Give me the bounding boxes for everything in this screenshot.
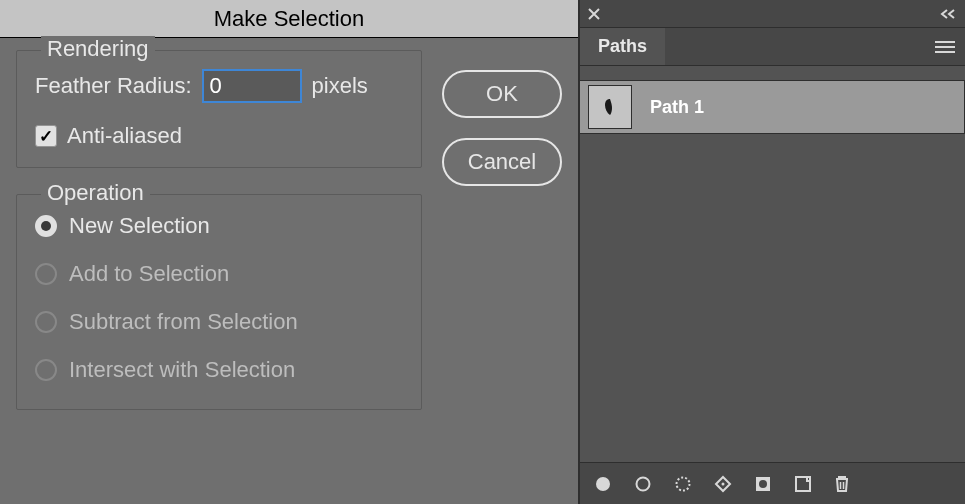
new-path-icon[interactable] <box>794 475 812 493</box>
radio-label: New Selection <box>69 213 210 239</box>
dialog-titlebar[interactable]: Make Selection <box>0 0 578 38</box>
radio-label: Add to Selection <box>69 261 229 287</box>
svg-point-4 <box>637 477 650 490</box>
collapse-icon[interactable] <box>939 8 957 20</box>
cancel-button-label: Cancel <box>468 149 536 175</box>
radio-new-selection[interactable] <box>35 215 57 237</box>
radio-label: Subtract from Selection <box>69 309 298 335</box>
stroke-path-icon[interactable] <box>634 475 652 493</box>
radio-subtract-from-selection <box>35 311 57 333</box>
radio-label: Intersect with Selection <box>69 357 295 383</box>
make-selection-dialog: Make Selection Rendering Feather Radius:… <box>0 0 578 504</box>
radio-intersect-with-selection <box>35 359 57 381</box>
make-work-path-icon[interactable] <box>714 475 732 493</box>
rendering-legend: Rendering <box>41 36 155 62</box>
operation-group: Operation New Selection Add to Selection… <box>16 194 422 410</box>
operation-option-intersect: Intersect with Selection <box>35 357 403 383</box>
path-item[interactable]: Path 1 <box>580 80 965 134</box>
tab-paths[interactable]: Paths <box>580 28 665 65</box>
paths-panel: Paths Path 1 <box>578 0 965 504</box>
svg-point-5 <box>677 477 690 490</box>
delete-path-icon[interactable] <box>834 475 850 493</box>
operation-option-add: Add to Selection <box>35 261 403 287</box>
path-name: Path 1 <box>650 97 704 118</box>
panel-menu-icon[interactable] <box>935 40 955 54</box>
operation-legend: Operation <box>41 180 150 206</box>
feather-radius-input[interactable] <box>202 69 302 103</box>
cancel-button[interactable]: Cancel <box>442 138 562 186</box>
feather-radius-unit: pixels <box>312 73 368 99</box>
anti-aliased-label: Anti-aliased <box>67 123 182 149</box>
path-thumbnail <box>588 85 632 129</box>
load-selection-icon[interactable] <box>674 475 692 493</box>
fill-path-icon[interactable] <box>594 475 612 493</box>
add-mask-icon[interactable] <box>754 475 772 493</box>
panel-tabbar: Paths <box>580 28 965 66</box>
panel-topbar <box>580 0 965 28</box>
anti-aliased-checkbox[interactable]: ✓ <box>35 125 57 147</box>
radio-add-to-selection <box>35 263 57 285</box>
rendering-group: Rendering Feather Radius: pixels ✓ Anti-… <box>16 50 422 168</box>
ok-button[interactable]: OK <box>442 70 562 118</box>
operation-option-subtract: Subtract from Selection <box>35 309 403 335</box>
feather-radius-label: Feather Radius: <box>35 73 192 99</box>
svg-point-6 <box>722 482 725 485</box>
svg-point-8 <box>759 480 767 488</box>
ok-button-label: OK <box>486 81 518 107</box>
dialog-title: Make Selection <box>214 6 364 32</box>
panel-footer <box>580 462 965 504</box>
svg-point-3 <box>596 477 610 491</box>
operation-option-new[interactable]: New Selection <box>35 213 403 239</box>
close-icon[interactable] <box>588 8 600 20</box>
panel-content: Path 1 <box>580 66 965 462</box>
tab-label: Paths <box>598 36 647 57</box>
